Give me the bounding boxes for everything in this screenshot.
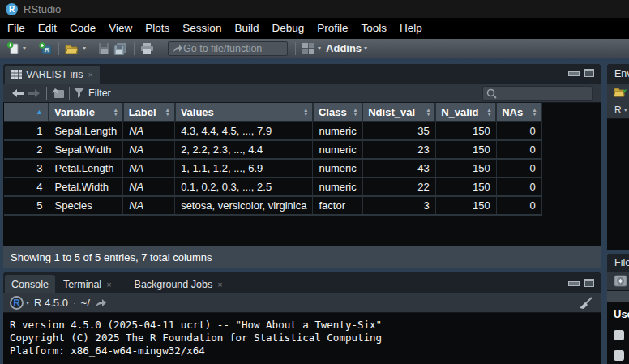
close-icon[interactable]: × [88, 70, 92, 79]
package-checkbox[interactable] [614, 350, 624, 361]
save-all-button[interactable] [112, 40, 130, 58]
col-class[interactable]: Class▴▾ [313, 103, 362, 122]
new-file-button[interactable]: ▾ [5, 40, 28, 58]
environment-scope-selector[interactable]: R ▾ [607, 101, 629, 119]
menu-session[interactable]: Session [176, 18, 228, 39]
goto-file-input[interactable] [183, 43, 279, 54]
menu-build[interactable]: Build [228, 18, 265, 39]
col-ndist-val[interactable]: Ndist_val▴▾ [362, 103, 435, 122]
menu-debug[interactable]: Debug [265, 18, 310, 39]
tab-terminal[interactable]: Terminal × [57, 275, 118, 293]
row-number-header[interactable]: ▲ [4, 103, 49, 122]
maximize-pane-icon[interactable] [584, 279, 594, 287]
table-row[interactable]: 2 Sepal.Width NA 2, 2.2, 2.3, ..., 4.4 n… [4, 140, 541, 159]
rstudio-logo-icon: R [6, 3, 18, 15]
menu-plots[interactable]: Plots [139, 18, 176, 39]
install-packages-button[interactable] [614, 274, 628, 288]
row-number: 5 [4, 196, 49, 215]
cell-nas: 0 [496, 122, 541, 140]
files-toolbar [607, 272, 629, 291]
cell-class: numeric [313, 159, 362, 178]
cell-class: numeric [313, 178, 362, 196]
panes-layout-button[interactable]: ▾ [300, 40, 323, 58]
table-row[interactable]: 4 Petal.Width NA 0.1, 0.2, 0.3, ..., 2.5… [4, 178, 541, 196]
open-file-button[interactable]: ▾ [63, 40, 88, 58]
chevron-down-icon: ▾ [364, 45, 367, 52]
toolbar-divider [32, 42, 32, 55]
menu-bar: File Edit Code View Plots Session Build … [0, 18, 629, 39]
filter-button[interactable]: Filter [88, 88, 111, 99]
sort-ascending-icon: ▲ [36, 108, 43, 116]
menu-code[interactable]: Code [63, 18, 102, 39]
col-variable[interactable]: Variable▴▾ [49, 103, 123, 122]
new-project-button[interactable]: R [36, 40, 54, 58]
filter-funnel-icon[interactable] [74, 88, 84, 98]
load-workspace-button[interactable] [614, 86, 629, 98]
minimize-pane-icon[interactable] [568, 279, 578, 286]
table-row[interactable]: 3 Petal.Length NA 1, 1.1, 1.2, ..., 6.9 … [4, 159, 541, 178]
close-icon[interactable]: × [106, 280, 111, 289]
tab-environment[interactable]: Environment [607, 68, 629, 79]
menu-profile[interactable]: Profile [310, 18, 354, 39]
maximize-pane-icon[interactable] [584, 69, 594, 77]
toolbar-divider [69, 87, 70, 100]
working-directory[interactable]: ~/ [81, 297, 90, 309]
col-nas[interactable]: NAs▴▾ [496, 103, 541, 122]
cell-class: factor [313, 196, 362, 215]
col-n-valid[interactable]: N_valid▴▾ [435, 103, 496, 122]
cell-ndist-val: 43 [362, 159, 435, 178]
table-header-row: ▲ Variable▴▾ Label▴▾ Values▴▾ Class▴▾ Nd… [4, 103, 541, 122]
cell-variable: Sepal.Length [49, 122, 123, 140]
minimize-pane-icon[interactable] [568, 69, 578, 76]
cell-nas: 0 [496, 178, 541, 196]
r-version-icon: R [10, 296, 24, 310]
forward-arrow-icon[interactable] [28, 88, 41, 98]
menu-edit[interactable]: Edit [32, 18, 63, 39]
cell-ndist-val: 22 [362, 178, 435, 196]
sort-icons: ▴▾ [114, 108, 118, 116]
close-icon[interactable]: × [217, 280, 222, 289]
console-output[interactable]: R version 4.5.0 (2025-04-11 ucrt) -- "Ho… [3, 313, 601, 364]
goto-file-search[interactable] [168, 41, 288, 56]
console-line: Copyright (C) 2025 The R Foundation for … [10, 332, 601, 345]
rstudio-window: R RStudio File Edit Code View Plots Sess… [0, 0, 629, 364]
cell-variable: Species [49, 196, 123, 215]
clear-console-broom-icon[interactable] [577, 297, 593, 310]
chevron-down-icon[interactable]: ▾ [26, 299, 29, 306]
menu-file[interactable]: File [1, 18, 32, 39]
tab-varlist-iris[interactable]: VARLIST iris × [5, 66, 100, 84]
package-checkbox[interactable] [614, 330, 624, 340]
save-button[interactable] [96, 40, 112, 58]
cell-class: numeric [313, 140, 362, 159]
tab-files[interactable]: Files [607, 257, 629, 268]
table-row[interactable]: 1 Sepal.Length NA 4.3, 4.4, 4.5, ..., 7.… [4, 122, 541, 140]
cell-variable: Petal.Length [49, 159, 123, 178]
show-in-new-window-icon[interactable] [51, 88, 65, 99]
cell-nas: 0 [496, 196, 541, 215]
menu-help[interactable]: Help [393, 18, 429, 39]
cell-nas: 0 [496, 140, 541, 159]
menu-view[interactable]: View [102, 18, 139, 39]
cell-nas: 0 [496, 159, 541, 178]
sort-icons: ▴▾ [427, 108, 430, 116]
addins-button[interactable]: Addins [326, 42, 362, 54]
cell-values: 2, 2.2, 2.3, ..., 4.4 [175, 140, 313, 159]
col-values[interactable]: Values▴▾ [175, 103, 313, 122]
print-button[interactable] [139, 40, 156, 58]
cell-values: setosa, versicolor, virginica [175, 196, 313, 215]
table-search-box[interactable] [482, 86, 593, 101]
back-arrow-icon[interactable] [11, 88, 24, 98]
r-version-label[interactable]: R 4.5.0 [34, 297, 68, 309]
tab-background-jobs[interactable]: Background Jobs × [128, 275, 229, 293]
tab-console[interactable]: Console [5, 275, 55, 293]
chevron-down-icon: ▾ [318, 45, 321, 52]
console-line: R version 4.5.0 (2025-04-11 ucrt) -- "Ho… [10, 319, 601, 332]
table-row[interactable]: 5 Species NA setosa, versicolor, virgini… [4, 196, 541, 215]
tab-label: Background Jobs [135, 279, 213, 290]
cell-n-valid: 150 [435, 159, 496, 178]
chevron-down-icon: ▾ [23, 45, 26, 52]
menu-tools[interactable]: Tools [354, 18, 393, 39]
goto-directory-arrow-icon[interactable] [94, 298, 107, 308]
col-label[interactable]: Label▴▾ [123, 103, 175, 122]
sort-icons: ▴▾ [304, 108, 307, 116]
